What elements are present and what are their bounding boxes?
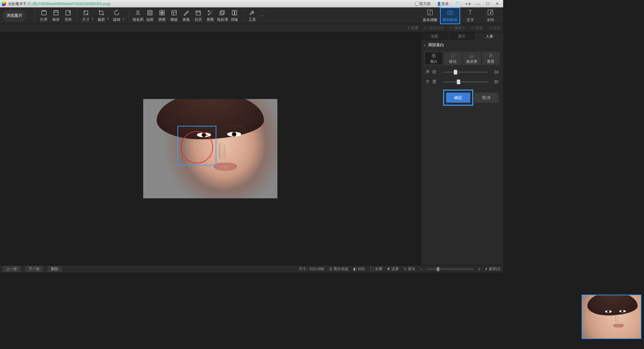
svg-rect-10	[162, 13, 164, 15]
svg-rect-2	[66, 10, 70, 15]
delete-button[interactable]: 删除	[48, 266, 62, 272]
cutout-button[interactable]: 抠图	[204, 8, 216, 23]
rotate-button[interactable]: 旋转	[111, 8, 123, 23]
fullscreen-button[interactable]: ⛶ 全屏	[370, 266, 382, 271]
login-button[interactable]: 👤 登录	[434, 0, 452, 7]
mode-watermark[interactable]: +水印	[480, 7, 500, 24]
dropdown-icon[interactable]: ▾	[107, 11, 111, 20]
expand-button[interactable]: ▾ 展开(1)	[485, 266, 500, 271]
template-button[interactable]: 模板	[168, 8, 180, 23]
cancel-button[interactable]: 取消	[474, 93, 498, 103]
save-action-button[interactable]: ☐ 保存动作	[424, 26, 444, 31]
svg-rect-15	[220, 11, 223, 15]
minimize-button[interactable]: —	[474, 0, 483, 7]
settings-button[interactable]: ≡ ▾	[463, 0, 474, 7]
original-size-button[interactable]: ⦾ 原大	[404, 266, 415, 271]
image-size: 尺寸：512×380	[299, 266, 324, 271]
subtab-all[interactable]: 全部	[421, 32, 448, 40]
svg-point-21	[449, 11, 451, 14]
separator	[129, 10, 129, 21]
svg-rect-16	[221, 10, 224, 14]
maximize-button[interactable]: ☐	[483, 0, 492, 7]
svg-rect-7	[160, 10, 162, 12]
save-button[interactable]: 保存	[50, 8, 62, 23]
save-as-button[interactable]: 另存	[62, 8, 74, 23]
prev-image-button[interactable]: 上一张	[3, 266, 20, 272]
frame-button[interactable]: 边框	[144, 8, 156, 23]
svg-rect-8	[162, 10, 164, 12]
svg-rect-5	[148, 10, 152, 15]
svg-point-26	[433, 55, 434, 56]
svg-rect-11	[172, 10, 176, 15]
status-bar: 上一张 下一张 删除 尺寸：512×380 ☰ 图片信息 ◧ 对比 ⛶ 全屏 ✥…	[0, 265, 503, 272]
undo-button[interactable]: ↶ 撤销 ▾	[450, 26, 465, 31]
crop-button[interactable]: 裁剪	[95, 8, 107, 23]
restore-button[interactable]: ⟲ 还原	[489, 26, 500, 31]
collage-button[interactable]: 拼图	[156, 8, 168, 23]
svg-rect-18	[235, 10, 237, 15]
zoom-slider[interactable]	[427, 268, 474, 270]
app-logo-icon	[1, 1, 6, 6]
svg-rect-6	[149, 11, 151, 14]
image-content	[143, 99, 277, 198]
tool-reset[interactable]: 重置	[482, 52, 500, 65]
svg-point-14	[208, 10, 209, 11]
svg-point-13	[208, 14, 209, 15]
right-sidebar: 全部 胶片 人像 局部美白 美白 移动 橡皮擦 重置 半径 24 力度 30 确…	[421, 32, 503, 265]
skin-button[interactable]: 👕	[452, 0, 463, 7]
more-button[interactable]: ⋯	[258, 8, 266, 23]
svg-rect-0	[42, 11, 46, 15]
svg-rect-27	[451, 54, 454, 57]
canvas-area[interactable]	[0, 32, 421, 265]
action-bar: ⤴ 分享 ☐ 保存动作 ↶ 撤销 ▾ ↷ 重做 ⟲ 还原	[0, 24, 503, 32]
svg-text:+: +	[490, 11, 491, 14]
tools-button[interactable]: 工具	[246, 8, 258, 23]
browse-images-button[interactable]: 浏览图片	[3, 10, 26, 21]
brush-button[interactable]: 画笔	[180, 8, 192, 23]
compare-button[interactable]: ◧ 对比	[353, 266, 365, 271]
subtab-portrait[interactable]: 人像	[476, 32, 503, 40]
slider-strength[interactable]: 力度 30	[421, 77, 503, 87]
fit-screen-button[interactable]: ✥ 适屏	[387, 266, 399, 271]
mode-basic-adjust[interactable]: 基本调整	[420, 7, 440, 24]
tool-eraser[interactable]: 橡皮擦	[463, 52, 481, 65]
svg-point-4	[137, 11, 139, 13]
zoom-in-icon[interactable]: +	[478, 267, 480, 271]
panel-title[interactable]: 局部美白	[421, 40, 503, 50]
separator	[77, 10, 77, 21]
svg-rect-9	[160, 13, 162, 15]
dropdown-icon[interactable]: ▾	[92, 11, 95, 20]
file-path: [E:\图片\0936ee84f6b6defef74030182808393.p…	[28, 1, 110, 6]
subtab-film[interactable]: 胶片	[448, 32, 476, 40]
app-title: 光影魔术手	[8, 1, 26, 6]
id-photo-button[interactable]: 报名照	[132, 8, 144, 23]
svg-rect-17	[232, 10, 234, 15]
share-button[interactable]: ⤴ 分享	[408, 26, 418, 31]
dropdown-icon[interactable]: ▾	[123, 11, 126, 20]
svg-rect-1	[54, 10, 58, 15]
zoom-out-icon[interactable]: −	[420, 267, 422, 271]
svg-rect-12	[196, 11, 200, 15]
separator	[35, 10, 35, 21]
titlebar: 光影魔术手 [E:\图片\0936ee84f6b6defef7403018280…	[0, 0, 503, 7]
close-button[interactable]: ✕	[492, 0, 502, 7]
ok-button[interactable]: 确定	[446, 93, 470, 103]
size-button[interactable]: 尺寸	[80, 8, 92, 23]
layout-button[interactable]: 排版	[228, 8, 240, 23]
tool-move[interactable]: 移动	[444, 52, 462, 65]
redo-button[interactable]: ↷ 重做	[471, 26, 483, 31]
separator	[243, 10, 244, 21]
image-info-button[interactable]: ☰ 图片信息	[329, 266, 348, 271]
slider-radius[interactable]: 半径 24	[421, 67, 503, 77]
official-group-button[interactable]: 💬 官方群	[412, 0, 434, 7]
open-button[interactable]: 打开	[38, 8, 50, 23]
image-canvas[interactable]	[143, 99, 277, 198]
batch-button[interactable]: 批处理	[216, 8, 228, 23]
tool-whiten[interactable]: 美白	[424, 52, 443, 65]
calendar-button[interactable]: 日历	[192, 8, 204, 23]
main-toolbar: 浏览图片 打开 保存 另存 尺寸 ▾ 裁剪 ▾ 旋转 ▾ 报名照 边框 拼图 模…	[0, 7, 503, 24]
next-image-button[interactable]: 下一张	[25, 266, 43, 272]
mode-darkroom[interactable]: 数码暗房	[440, 7, 460, 24]
mode-text[interactable]: 文字	[460, 7, 480, 24]
